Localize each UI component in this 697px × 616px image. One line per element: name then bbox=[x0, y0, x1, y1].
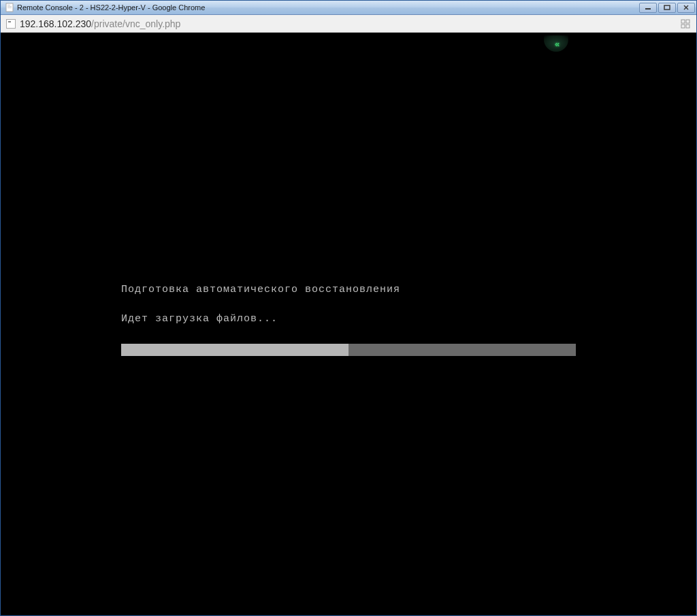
svg-rect-2 bbox=[7, 6, 12, 7]
boot-status-line-1: Подготовка автоматического восстановлени… bbox=[121, 284, 576, 295]
progress-fill bbox=[121, 344, 348, 356]
boot-screen: Подготовка автоматического восстановлени… bbox=[121, 284, 576, 356]
url-host: 192.168.102.230 bbox=[20, 18, 91, 29]
window-controls bbox=[639, 3, 695, 13]
maximize-button[interactable] bbox=[658, 3, 676, 13]
page-icon bbox=[6, 19, 16, 29]
close-button[interactable] bbox=[677, 3, 695, 13]
url-path: /private/vnc_only.php bbox=[91, 18, 180, 29]
document-icon bbox=[5, 3, 14, 12]
svg-rect-10 bbox=[681, 25, 685, 28]
svg-rect-3 bbox=[7, 7, 12, 8]
progress-bar bbox=[121, 344, 576, 356]
window-titlebar[interactable]: Remote Console - 2 - HS22-2-Hyper-V - Go… bbox=[1, 1, 696, 15]
svg-rect-5 bbox=[664, 5, 670, 10]
address-bar[interactable]: 192.168.102.230 /private/vnc_only.php bbox=[1, 15, 696, 33]
svg-rect-4 bbox=[645, 8, 651, 10]
minimize-button[interactable] bbox=[639, 3, 657, 13]
panel-toggle-handle[interactable]: « bbox=[544, 35, 568, 52]
boot-status-line-2: Идет загрузка файлов... bbox=[121, 313, 576, 325]
svg-rect-11 bbox=[686, 25, 690, 28]
window-title: Remote Console - 2 - HS22-2-Hyper-V - Go… bbox=[17, 3, 639, 12]
chevron-left-double-icon: « bbox=[555, 39, 557, 49]
svg-rect-1 bbox=[7, 5, 10, 5]
svg-rect-8 bbox=[681, 20, 685, 23]
svg-rect-9 bbox=[686, 20, 690, 23]
browser-window: Remote Console - 2 - HS22-2-Hyper-V - Go… bbox=[0, 0, 697, 616]
vnc-content[interactable]: « Подготовка автоматического восстановле… bbox=[1, 33, 696, 615]
page-action-icon[interactable] bbox=[680, 18, 691, 29]
